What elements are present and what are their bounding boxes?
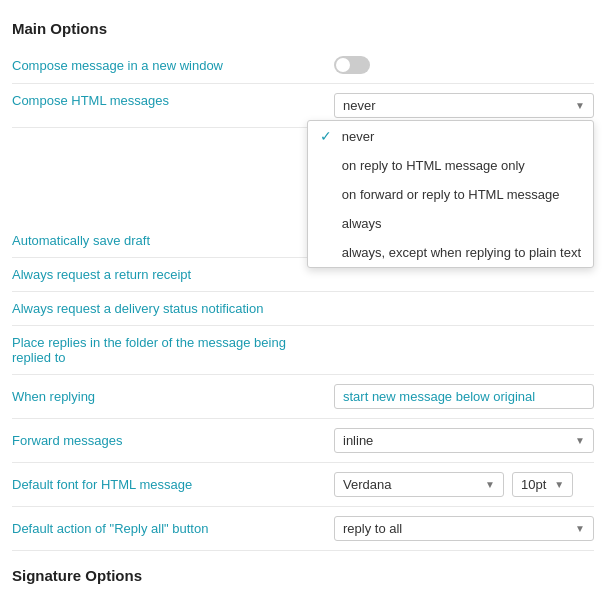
dropdown-item-always[interactable]: always <box>308 209 593 238</box>
option-row-when-replying: When replying start new message below or… <box>12 375 594 419</box>
dropdown-item-always-label: always <box>342 216 382 231</box>
reply-all-label: Default action of "Reply all" button <box>12 521 334 536</box>
forward-messages-arrow: ▼ <box>575 435 585 446</box>
font-size-arrow: ▼ <box>554 479 564 490</box>
font-size-value: 10pt <box>521 477 546 492</box>
compose-html-control: never ▼ ✓ never on reply to HTML message… <box>334 93 594 118</box>
compose-html-select[interactable]: never ▼ <box>334 93 594 118</box>
compose-new-window-control <box>334 56 594 74</box>
default-font-control: Verdana ▼ 10pt ▼ <box>334 472 594 497</box>
reply-all-arrow: ▼ <box>575 523 585 534</box>
option-row-compose-html: Compose HTML messages never ▼ ✓ never on… <box>12 84 594 128</box>
font-name-arrow: ▼ <box>485 479 495 490</box>
place-replies-label: Place replies in the folder of the messa… <box>12 335 334 365</box>
compose-new-window-label: Compose message in a new window <box>12 58 334 73</box>
font-row: Verdana ▼ 10pt ▼ <box>334 472 573 497</box>
option-row-compose-new-window: Compose message in a new window <box>12 47 594 84</box>
auto-save-draft-label: Automatically save draft <box>12 233 334 248</box>
font-name-select[interactable]: Verdana ▼ <box>334 472 504 497</box>
dropdown-item-reply-html-only[interactable]: on reply to HTML message only <box>308 151 593 180</box>
when-replying-label: When replying <box>12 389 334 404</box>
forward-messages-value: inline <box>343 433 373 448</box>
default-font-label: Default font for HTML message <box>12 477 334 492</box>
compose-html-value: never <box>343 98 376 113</box>
dropdown-item-forward-reply-html[interactable]: on forward or reply to HTML message <box>308 180 593 209</box>
option-row-forward-messages: Forward messages inline ▼ <box>12 419 594 463</box>
reply-all-control: reply to all ▼ <box>334 516 594 541</box>
forward-messages-control: inline ▼ <box>334 428 594 453</box>
delivery-status-label: Always request a delivery status notific… <box>12 301 334 316</box>
dropdown-item-never[interactable]: ✓ never <box>308 121 593 151</box>
compose-html-arrow: ▼ <box>575 100 585 111</box>
main-options-title: Main Options <box>12 20 594 37</box>
when-replying-value: start new message below original <box>343 389 535 404</box>
option-row-delivery-status: Always request a delivery status notific… <box>12 292 594 326</box>
font-name-value: Verdana <box>343 477 391 492</box>
when-replying-control: start new message below original <box>334 384 594 409</box>
compose-new-window-toggle[interactable] <box>334 56 370 74</box>
reply-all-value: reply to all <box>343 521 402 536</box>
compose-html-label: Compose HTML messages <box>12 93 334 108</box>
option-row-default-font: Default font for HTML message Verdana ▼ … <box>12 463 594 507</box>
dropdown-item-never-label: never <box>342 129 375 144</box>
reply-all-select[interactable]: reply to all ▼ <box>334 516 594 541</box>
dropdown-item-always-except[interactable]: always, except when replying to plain te… <box>308 238 593 267</box>
dropdown-item-always-except-label: always, except when replying to plain te… <box>342 245 581 260</box>
dropdown-item-forward-reply-html-label: on forward or reply to HTML message <box>342 187 560 202</box>
option-row-auto-add-signature: Automatically add signature always ▼ <box>12 594 594 600</box>
signature-options-title: Signature Options <box>12 567 594 584</box>
dropdown-item-reply-html-only-label: on reply to HTML message only <box>342 158 525 173</box>
font-size-select[interactable]: 10pt ▼ <box>512 472 573 497</box>
forward-messages-select[interactable]: inline ▼ <box>334 428 594 453</box>
compose-html-dropdown[interactable]: ✓ never on reply to HTML message only on… <box>307 120 594 268</box>
when-replying-select[interactable]: start new message below original <box>334 384 594 409</box>
forward-messages-label: Forward messages <box>12 433 334 448</box>
return-receipt-label: Always request a return receipt <box>12 267 334 282</box>
option-row-place-replies: Place replies in the folder of the messa… <box>12 326 594 375</box>
option-row-reply-all: Default action of "Reply all" button rep… <box>12 507 594 551</box>
check-icon-never: ✓ <box>320 128 336 144</box>
